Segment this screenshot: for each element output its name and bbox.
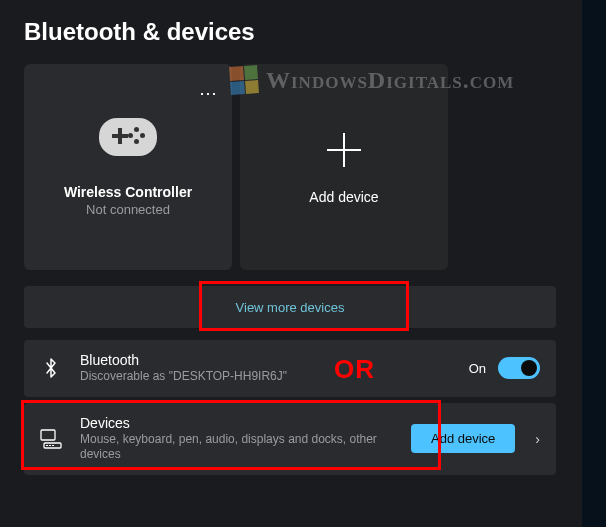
devices-icon [40, 429, 62, 449]
devices-row[interactable]: Devices Mouse, keyboard, pen, audio, dis… [24, 403, 556, 475]
add-device-button[interactable]: Add device [411, 424, 515, 453]
bluetooth-title: Bluetooth [80, 352, 469, 368]
view-more-devices-button[interactable]: View more devices [24, 286, 556, 328]
settings-page: Bluetooth & devices ⋯ Wireless Controlle… [0, 0, 580, 527]
device-tile-name: Wireless Controller [64, 184, 192, 200]
view-more-devices-label: View more devices [236, 300, 345, 315]
page-title: Bluetooth & devices [24, 18, 556, 46]
devices-subtitle: Mouse, keyboard, pen, audio, displays an… [80, 432, 399, 463]
device-tile-wireless-controller[interactable]: ⋯ Wireless Controller Not connected [24, 64, 232, 270]
bluetooth-icon [40, 357, 62, 379]
annotation-or-text: OR [334, 354, 375, 385]
plus-icon [323, 129, 365, 171]
game-controller-icon [99, 118, 157, 156]
bluetooth-row: Bluetooth Discoverable as "DESKTOP-HH9IR… [24, 340, 556, 397]
chevron-right-icon[interactable]: › [535, 431, 540, 447]
bluetooth-toggle[interactable] [498, 357, 540, 379]
svg-rect-2 [41, 430, 55, 440]
add-device-tile-label: Add device [309, 189, 378, 205]
right-margin-strip [582, 0, 606, 527]
toggle-knob [521, 360, 537, 376]
add-device-tile[interactable]: Add device [240, 64, 448, 270]
device-tile-status: Not connected [86, 202, 170, 217]
device-tiles-row: ⋯ Wireless Controller Not connected Add … [24, 64, 556, 270]
tile-more-icon[interactable]: ⋯ [199, 82, 218, 104]
devices-title: Devices [80, 415, 399, 431]
bluetooth-toggle-state: On [469, 361, 486, 376]
